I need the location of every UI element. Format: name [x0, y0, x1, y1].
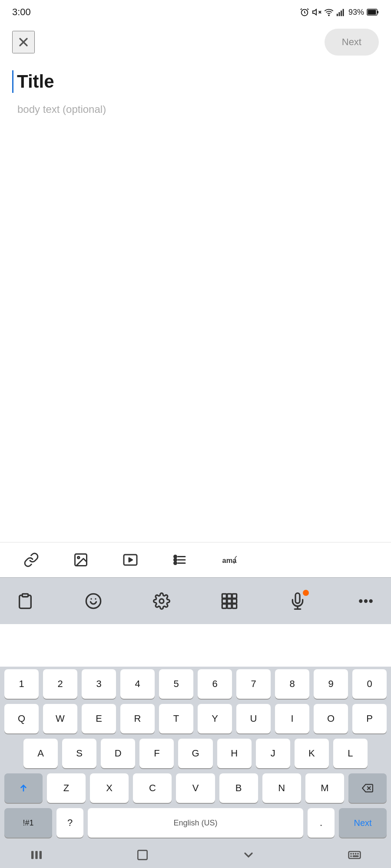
keyboard-settings-button[interactable] — [147, 586, 176, 616]
ama-toolbar-button[interactable]: ama — [220, 550, 239, 569]
key-m[interactable]: M — [305, 773, 344, 803]
key-4[interactable]: 4 — [120, 669, 155, 699]
svg-rect-37 — [232, 604, 237, 608]
svg-rect-48 — [40, 851, 42, 859]
keyboard-section: 1 2 3 4 5 6 7 8 9 0 Q W E R T Y U I O P … — [0, 667, 391, 842]
key-w[interactable]: W — [43, 704, 77, 733]
svg-point-40 — [359, 599, 362, 602]
list-toolbar-button[interactable] — [170, 550, 189, 569]
image-toolbar-button[interactable] — [71, 550, 90, 569]
svg-rect-46 — [31, 851, 33, 859]
signal-icon — [336, 7, 346, 17]
asdf-row: A S D F G H J K L — [0, 736, 391, 771]
title-cursor — [12, 70, 13, 93]
key-s[interactable]: S — [62, 739, 96, 768]
back-nav-button[interactable] — [26, 845, 47, 865]
keyboard-nav-button[interactable] — [344, 845, 365, 865]
alarm-icon — [300, 7, 309, 17]
period-key[interactable]: . — [308, 808, 335, 838]
close-button[interactable] — [12, 31, 35, 53]
number-row: 1 2 3 4 5 6 7 8 9 0 — [0, 667, 391, 701]
qwerty-row: Q W E R T Y U I O P — [0, 701, 391, 736]
more-button[interactable] — [351, 586, 381, 616]
key-d[interactable]: D — [101, 739, 135, 768]
symbol-key[interactable]: !#1 — [4, 808, 52, 838]
question-key[interactable]: ? — [56, 808, 83, 838]
svg-point-17 — [174, 556, 177, 558]
svg-rect-35 — [222, 604, 227, 608]
svg-point-41 — [364, 599, 368, 602]
key-7[interactable]: 7 — [236, 669, 271, 699]
key-1[interactable]: 1 — [4, 669, 39, 699]
space-key[interactable]: English (US) — [88, 808, 303, 838]
key-0[interactable]: 0 — [352, 669, 387, 699]
key-q[interactable]: Q — [4, 704, 39, 733]
key-t[interactable]: T — [159, 704, 193, 733]
home-nav-button[interactable] — [132, 845, 153, 865]
down-nav-button[interactable] — [238, 845, 259, 865]
svg-point-28 — [159, 599, 164, 603]
battery-icon — [367, 8, 379, 16]
svg-point-25 — [86, 594, 100, 608]
key-b[interactable]: B — [219, 773, 258, 803]
key-8[interactable]: 8 — [275, 669, 309, 699]
svg-rect-24 — [22, 594, 28, 597]
key-e[interactable]: E — [82, 704, 116, 733]
key-6[interactable]: 6 — [198, 669, 232, 699]
key-3[interactable]: 3 — [82, 669, 116, 699]
key-z[interactable]: Z — [47, 773, 86, 803]
key-u[interactable]: U — [236, 704, 271, 733]
emoji-button[interactable] — [79, 586, 108, 616]
clipboard-button[interactable] — [10, 586, 40, 616]
key-2[interactable]: 2 — [43, 669, 77, 699]
key-r[interactable]: R — [120, 704, 155, 733]
key-n[interactable]: N — [262, 773, 301, 803]
link-toolbar-button[interactable] — [22, 550, 41, 569]
battery-text: 93% — [348, 8, 364, 17]
svg-rect-7 — [343, 9, 344, 16]
key-g[interactable]: G — [178, 739, 212, 768]
next-button[interactable]: Next — [325, 29, 379, 56]
svg-rect-31 — [232, 594, 237, 598]
key-o[interactable]: O — [314, 704, 348, 733]
svg-point-14 — [78, 557, 80, 559]
backspace-key[interactable] — [348, 773, 387, 803]
body-placeholder[interactable]: body text (optional) — [12, 103, 379, 115]
svg-rect-49 — [138, 850, 147, 859]
key-y[interactable]: Y — [198, 704, 232, 733]
title-input[interactable]: Title — [17, 70, 54, 93]
microphone-button[interactable] — [283, 586, 312, 616]
key-h[interactable]: H — [217, 739, 252, 768]
key-j[interactable]: J — [256, 739, 290, 768]
key-x[interactable]: X — [90, 773, 129, 803]
mute-icon — [312, 7, 321, 17]
top-bar: Next — [0, 23, 391, 62]
numpad-button[interactable] — [215, 586, 244, 616]
key-c[interactable]: C — [133, 773, 172, 803]
svg-point-19 — [174, 559, 177, 561]
key-a[interactable]: A — [23, 739, 58, 768]
keyboard-accessory — [0, 577, 391, 624]
svg-rect-29 — [222, 594, 227, 598]
zxcv-row: Z X C V B N M — [0, 771, 391, 806]
key-k[interactable]: K — [295, 739, 329, 768]
svg-rect-32 — [222, 599, 227, 603]
key-v[interactable]: V — [176, 773, 215, 803]
key-9[interactable]: 9 — [314, 669, 348, 699]
key-l[interactable]: L — [333, 739, 368, 768]
svg-rect-30 — [227, 594, 232, 598]
shift-key[interactable] — [4, 773, 43, 803]
video-toolbar-button[interactable] — [121, 550, 140, 569]
key-i[interactable]: I — [275, 704, 309, 733]
next-keyboard-key[interactable]: Next — [339, 808, 387, 838]
key-p[interactable]: P — [352, 704, 387, 733]
svg-rect-34 — [232, 599, 237, 603]
svg-rect-36 — [227, 604, 232, 608]
svg-rect-47 — [35, 851, 37, 859]
title-container[interactable]: Title — [12, 70, 379, 93]
svg-rect-4 — [337, 14, 338, 16]
svg-rect-9 — [377, 11, 378, 13]
svg-rect-50 — [349, 852, 361, 858]
key-f[interactable]: F — [139, 739, 174, 768]
key-5[interactable]: 5 — [159, 669, 193, 699]
